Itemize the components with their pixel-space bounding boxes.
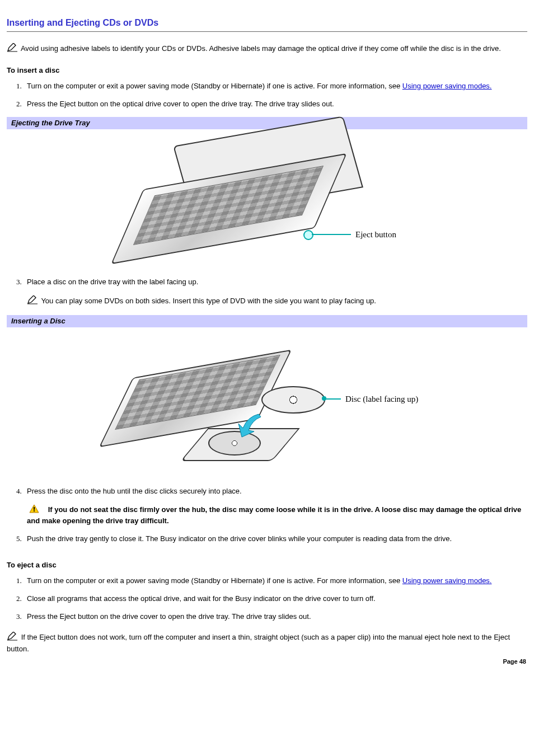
pencil-note-icon [7, 632, 18, 644]
power-saving-modes-link[interactable]: Using power saving modes. [402, 82, 492, 90]
svg-rect-1 [34, 510, 35, 511]
eject-step-3: Press the Eject button on the drive cove… [24, 612, 527, 622]
figure2-image: Disc (label facing up) [7, 327, 527, 473]
figure1-label: Eject button [355, 229, 396, 241]
insert-step-1: Turn on the computer or exit a power sav… [24, 81, 527, 91]
footer-note: If the Eject button does not work, turn … [7, 632, 527, 654]
figure1-caption: Ejecting the Drive Tray [7, 117, 527, 129]
svg-rect-0 [34, 507, 35, 510]
insert-step-3: Place a disc on the drive tray with the … [24, 277, 527, 307]
insert-step-1-text: Turn on the computer or exit a power sav… [27, 82, 402, 90]
caution-icon [29, 504, 39, 516]
figure1-image: Eject button [7, 129, 527, 264]
page-number: Page 48 [503, 658, 526, 666]
intro-note-text: Avoid using adhesive labels to identify … [21, 44, 501, 53]
insert-heading: To insert a disc [7, 65, 527, 76]
page-title: Inserting and Ejecting CDs or DVDs [7, 17, 527, 29]
eject-step-2: Close all programs that access the optic… [24, 594, 527, 604]
eject-step-1: Turn on the computer or exit a power sav… [24, 576, 527, 586]
eject-button-callout-icon [303, 230, 313, 240]
footer-note-text: If the Eject button does not work, turn … [7, 633, 510, 652]
insert-step-3-note: You can play some DVDs on both sides. In… [41, 297, 376, 305]
eject-step-1-text: Turn on the computer or exit a power sav… [27, 576, 402, 585]
insert-step-3-text: Place a disc on the drive tray with the … [27, 278, 198, 286]
insert-arrow-icon [236, 411, 264, 439]
eject-heading: To eject a disc [7, 560, 527, 570]
insert-step-4: Press the disc onto the hub until the di… [24, 486, 527, 527]
pencil-note-icon [27, 295, 38, 307]
insert-step-5: Push the drive tray gently to close it. … [24, 534, 527, 544]
insert-step-4-caution: If you do not seat the disc firmly over … [27, 505, 521, 525]
power-saving-modes-link[interactable]: Using power saving modes. [402, 576, 492, 585]
insert-step-4-text: Press the disc onto the hub until the di… [27, 487, 242, 495]
pencil-note-icon [7, 43, 18, 55]
title-rule [7, 31, 527, 32]
insert-step-2: Press the Eject button on the optical dr… [24, 99, 527, 109]
figure2-caption: Inserting a Disc [7, 315, 527, 327]
figure2-label: Disc (label facing up) [345, 393, 418, 405]
intro-note: Avoid using adhesive labels to identify … [7, 43, 527, 55]
